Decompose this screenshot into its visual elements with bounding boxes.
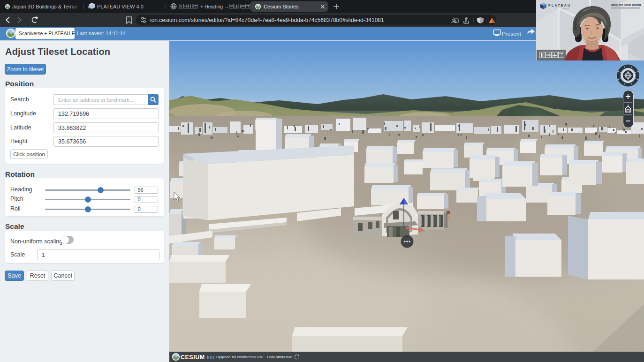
- svg-text:Data attribution: Data attribution: [267, 355, 292, 359]
- svg-text:Map the New World.: Map the New World.: [611, 3, 642, 7]
- svg-text:Scaniverse + PLATEAU E: Scaniverse + PLATEAU E: [19, 31, 75, 36]
- svg-text:Present: Present: [502, 30, 521, 37]
- svg-text:→: →: [224, 4, 229, 9]
- svg-text:ion.cesium.com/stories/editor/: ion.cesium.com/stories/editor/?id=84c70d…: [150, 17, 384, 23]
- svg-text:Upgrade for commercial use.: Upgrade for commercial use.: [216, 355, 265, 359]
- svg-text:CESIUM: CESIUM: [181, 354, 205, 361]
- svg-text:PLATEAU VIEW 4.0: PLATEAU VIEW 4.0: [97, 4, 144, 9]
- svg-text:Cesium Stories: Cesium Stories: [264, 4, 299, 9]
- svg-text:/: /: [240, 4, 241, 9]
- svg-text:PLATEAU: PLATEAU: [548, 4, 571, 7]
- svg-text:Last saved: 14:11:14: Last saved: 14:11:14: [77, 30, 126, 36]
- svg-text:A: A: [455, 19, 457, 23]
- svg-text:by MLIT: by MLIT: [562, 8, 569, 10]
- svg-text:ion: ion: [207, 354, 214, 361]
- svg-text:+ Heading: + Heading: [200, 4, 223, 9]
